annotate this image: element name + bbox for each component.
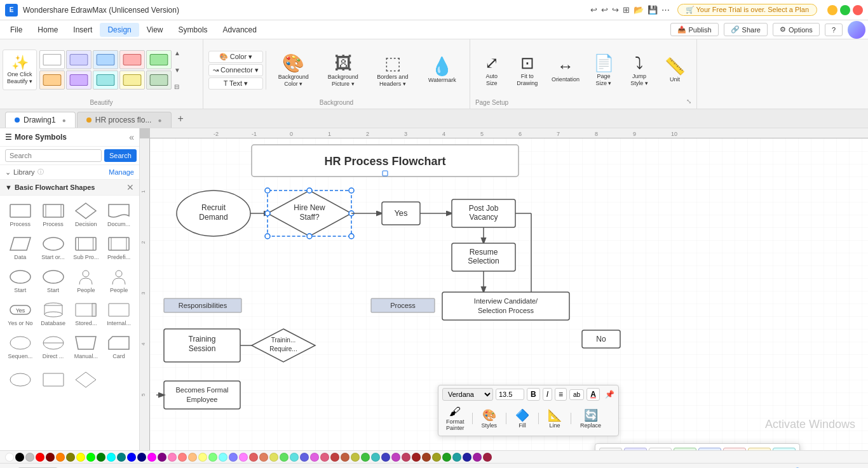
shape-item-document[interactable]: Docum...: [104, 199, 134, 230]
color-dot-24[interactable]: [249, 453, 258, 462]
menu-design[interactable]: Design: [100, 23, 139, 37]
trial-banner[interactable]: 🛒 Your Free Trial is over. Select a Plan: [677, 4, 817, 16]
flowchart-canvas[interactable]: HR Process Flowchart Recruit Demand Hire…: [150, 138, 868, 450]
color-dot-46[interactable]: [473, 453, 482, 462]
beautify-shape-3[interactable]: [93, 50, 118, 69]
beautify-shape-7[interactable]: [66, 70, 92, 90]
beautify-shape-8[interactable]: [93, 70, 118, 90]
tab-drawing1-close[interactable]: ●: [62, 117, 66, 124]
unit-button[interactable]: 📏 Unit: [658, 54, 691, 86]
color-dot-40[interactable]: [412, 453, 421, 462]
shape-item-process2[interactable]: Process: [38, 199, 69, 230]
color-dot-17[interactable]: [178, 453, 187, 462]
color-dot-10[interactable]: [107, 453, 116, 462]
undo-icon2[interactable]: ↩: [601, 5, 608, 15]
color-dot-30[interactable]: [310, 453, 319, 462]
beautify-shape-10[interactable]: [146, 70, 172, 90]
color-dot-7[interactable]: [76, 453, 85, 462]
shape-extra-3[interactable]: [71, 368, 102, 391]
color-dot-35[interactable]: [361, 453, 370, 462]
menu-home[interactable]: Home: [30, 23, 65, 37]
swatch-1-1[interactable]: Abc: [599, 448, 622, 450]
font-select[interactable]: Verdana: [442, 388, 493, 401]
color-dot-9[interactable]: [97, 453, 105, 462]
minimize-button[interactable]: [827, 5, 837, 15]
swatch-1-6[interactable]: Abc: [723, 448, 746, 450]
open-icon[interactable]: 📂: [634, 5, 644, 15]
options-button[interactable]: ⚙ Options: [773, 23, 820, 36]
shape-item-people[interactable]: People: [71, 265, 102, 296]
maximize-button[interactable]: [840, 5, 850, 15]
color-dot-36[interactable]: [371, 453, 380, 462]
redo-icon[interactable]: ↪: [612, 5, 619, 15]
color-dot-11[interactable]: [117, 453, 126, 462]
color-dot-22[interactable]: [229, 453, 238, 462]
color-dot-18[interactable]: [188, 453, 197, 462]
fill-button[interactable]: 🔷 Fill: [510, 406, 534, 431]
line-button[interactable]: 📐 Line: [543, 406, 567, 431]
manage-link[interactable]: Manage: [109, 168, 134, 176]
search-input[interactable]: [5, 149, 102, 162]
background-picture-button[interactable]: 🖼 BackgroundPicture ▾: [321, 50, 365, 90]
shape-item-start[interactable]: Start: [5, 265, 36, 296]
color-dot-23[interactable]: [239, 453, 248, 462]
page-size-button[interactable]: 📄 PageSize ▾: [587, 51, 620, 90]
color-dot-20[interactable]: [208, 453, 217, 462]
text-button[interactable]: T Text ▾: [208, 77, 263, 90]
new-icon[interactable]: ⊞: [623, 5, 630, 15]
font-color-button[interactable]: A: [587, 388, 600, 401]
tab-drawing1[interactable]: Drawing1 ●: [5, 112, 76, 128]
shape-item-process[interactable]: Process: [5, 199, 36, 230]
avatar[interactable]: [848, 21, 865, 39]
italic-button[interactable]: I: [543, 388, 552, 401]
close-button[interactable]: [853, 5, 863, 15]
beautify-scroll-up[interactable]: ▲: [174, 50, 180, 57]
color-dot-6[interactable]: [66, 453, 75, 462]
shape-extra-2[interactable]: [38, 368, 69, 391]
add-page-button[interactable]: +: [60, 465, 74, 469]
wrap-button[interactable]: ab: [569, 389, 584, 400]
color-dot-13[interactable]: [137, 453, 146, 462]
watermark-button[interactable]: 💧 Watermark: [420, 53, 465, 86]
color-dot-38[interactable]: [391, 453, 400, 462]
color-dot-21[interactable]: [219, 453, 227, 462]
add-tab-button[interactable]: +: [173, 110, 189, 128]
color-dot-27[interactable]: [280, 453, 288, 462]
menu-insert[interactable]: Insert: [65, 23, 100, 37]
color-dot-2[interactable]: [25, 453, 34, 462]
color-dot-19[interactable]: [198, 453, 207, 462]
bold-button[interactable]: B: [527, 388, 540, 401]
color-dot-45[interactable]: [463, 453, 471, 462]
borders-headers-button[interactable]: ⬚ Borders andHeaders ▾: [370, 50, 415, 90]
swatch-1-2[interactable]: Abc: [624, 448, 647, 450]
menu-symbols[interactable]: Symbols: [171, 23, 215, 37]
shape-item-start-or[interactable]: Start or...: [38, 232, 69, 263]
library-expand-icon[interactable]: ⌄: [5, 168, 11, 177]
shape-item-people2[interactable]: People: [104, 265, 134, 296]
beautify-shape-2[interactable]: [66, 50, 92, 69]
align-button[interactable]: ≡: [555, 388, 567, 401]
color-dot-31[interactable]: [320, 453, 329, 462]
save-icon[interactable]: 💾: [648, 5, 658, 15]
swatch-1-4[interactable]: Abc: [674, 448, 696, 450]
color-dot-4[interactable]: [46, 453, 55, 462]
color-dot-25[interactable]: [259, 453, 268, 462]
help-button[interactable]: ?: [825, 23, 843, 36]
page-setup-expand-icon[interactable]: ⤡: [686, 98, 691, 105]
color-dot-26[interactable]: [269, 453, 278, 462]
share-button[interactable]: 🔗 Share: [724, 23, 768, 36]
color-dot-3[interactable]: [36, 453, 44, 462]
shape-item-internal[interactable]: Internal...: [104, 298, 134, 329]
format-painter-button[interactable]: 🖌 FormatPainter: [442, 403, 468, 433]
color-dot-5[interactable]: [56, 453, 65, 462]
color-dot-8[interactable]: [86, 453, 95, 462]
undo-icon[interactable]: ↩: [590, 5, 597, 15]
menu-view[interactable]: View: [139, 23, 171, 37]
search-button[interactable]: Search: [104, 149, 137, 162]
font-size-input[interactable]: [496, 389, 524, 400]
beautify-scroll-expand[interactable]: ⊟: [174, 83, 180, 90]
beautify-shape-4[interactable]: [119, 50, 145, 69]
shape-item-stored[interactable]: Stored...: [71, 298, 102, 329]
beautify-scroll-down[interactable]: ▼: [174, 67, 180, 74]
shape-item-direct[interactable]: Direct ...: [38, 331, 69, 362]
